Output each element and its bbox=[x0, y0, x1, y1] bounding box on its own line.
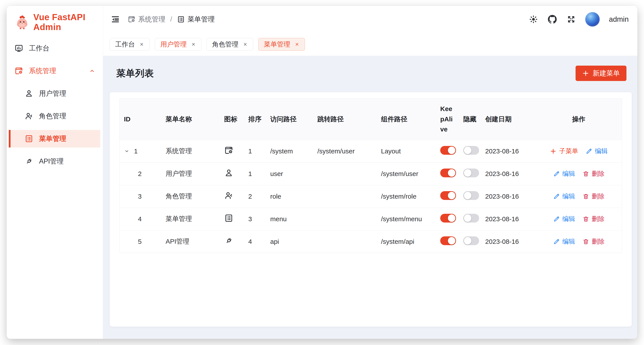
cell-redirect bbox=[313, 230, 376, 253]
delete-button[interactable]: 删除 bbox=[582, 215, 604, 223]
keepalive-toggle[interactable] bbox=[440, 169, 456, 177]
col-keepalive: KeepAlive bbox=[436, 99, 459, 140]
menu-table: ID 菜单名称 图标 排序 访问路径 跳转路径 组件路径 KeepAlive 隐… bbox=[119, 98, 622, 253]
edit-button[interactable]: 编辑 bbox=[553, 192, 575, 201]
delete-button[interactable]: 删除 bbox=[582, 192, 604, 201]
sidebar-item-system[interactable]: 系统管理 bbox=[6, 62, 103, 80]
cell-id: 5 bbox=[120, 230, 161, 253]
theme-toggle-button[interactable] bbox=[528, 15, 538, 24]
tab-workbench[interactable]: 工作台 bbox=[110, 38, 150, 51]
hidden-toggle[interactable] bbox=[463, 146, 479, 155]
tab-roles[interactable]: 角色管理 bbox=[206, 38, 253, 51]
col-path: 访问路径 bbox=[266, 99, 313, 140]
edit-button[interactable]: 编辑 bbox=[553, 215, 575, 223]
screen: Vue FastAPI Admin 工作台 系统管理 用户管理 bbox=[0, 0, 644, 345]
new-menu-button[interactable]: 新建菜单 bbox=[576, 66, 626, 81]
user-icon bbox=[224, 168, 234, 178]
main-area: 系统管理 / 菜单管理 bbox=[103, 6, 638, 339]
system-icon bbox=[128, 15, 136, 23]
workbench-icon bbox=[14, 44, 23, 53]
cell-order: 1 bbox=[244, 140, 266, 162]
avatar[interactable] bbox=[585, 12, 600, 27]
tab-menus[interactable]: 菜单管理 bbox=[258, 38, 305, 51]
cell-component: Layout bbox=[376, 140, 436, 162]
cell-date: 2023-08-16 bbox=[481, 140, 533, 162]
cell-id: 2 bbox=[120, 162, 161, 185]
delete-button[interactable]: 删除 bbox=[582, 237, 604, 246]
edit-button[interactable]: 编辑 bbox=[553, 237, 575, 246]
close-icon[interactable] bbox=[243, 42, 248, 47]
sidebar-item-label: 工作台 bbox=[29, 44, 49, 53]
breadcrumb-item-menus[interactable]: 菜单管理 bbox=[177, 15, 215, 24]
username[interactable]: admin bbox=[609, 15, 629, 24]
table-header-row: ID 菜单名称 图标 排序 访问路径 跳转路径 组件路径 KeepAlive 隐… bbox=[120, 99, 622, 140]
pencil-icon bbox=[586, 148, 592, 155]
github-icon bbox=[548, 15, 557, 24]
hidden-toggle[interactable] bbox=[463, 214, 479, 223]
chevron-down-icon[interactable] bbox=[124, 148, 130, 154]
cell-order: 1 bbox=[244, 162, 266, 185]
page-title-row: 菜单列表 新建菜单 bbox=[110, 62, 632, 84]
collapse-sidebar-button[interactable] bbox=[110, 15, 120, 24]
trash-icon bbox=[582, 238, 589, 245]
cell-redirect bbox=[313, 208, 376, 230]
cell-order: 3 bbox=[244, 208, 266, 230]
cell-component: /system/user bbox=[376, 162, 436, 185]
sidebar-item-label: 用户管理 bbox=[39, 89, 66, 98]
role-icon bbox=[224, 191, 234, 200]
role-icon bbox=[24, 112, 33, 121]
table-row: 1 系统管理 1 /system /system/user Layout bbox=[120, 140, 622, 162]
close-icon[interactable] bbox=[191, 42, 196, 47]
tab-label: 角色管理 bbox=[212, 40, 238, 49]
cell-component: /system/menu bbox=[376, 208, 436, 230]
delete-button[interactable]: 删除 bbox=[582, 169, 604, 178]
sidebar-item-menus[interactable]: 菜单管理 bbox=[9, 130, 100, 147]
cell-redirect bbox=[313, 162, 376, 185]
fullscreen-icon bbox=[567, 15, 576, 24]
user-icon bbox=[24, 89, 33, 98]
cell-path: role bbox=[266, 185, 313, 208]
keepalive-toggle[interactable] bbox=[440, 236, 456, 245]
menu-icon bbox=[224, 214, 234, 223]
menu-table-card: ID 菜单名称 图标 排序 访问路径 跳转路径 组件路径 KeepAlive 隐… bbox=[110, 92, 632, 326]
sidebar-item-workbench[interactable]: 工作台 bbox=[6, 40, 103, 57]
trash-icon bbox=[582, 193, 589, 200]
sidebar-item-roles[interactable]: 角色管理 bbox=[6, 107, 103, 125]
tabs-bar: 工作台 用户管理 角色管理 菜单管理 bbox=[103, 33, 638, 56]
breadcrumb: 系统管理 / 菜单管理 bbox=[128, 15, 215, 24]
github-link-button[interactable] bbox=[548, 15, 557, 24]
sidebar-item-users[interactable]: 用户管理 bbox=[6, 85, 103, 102]
col-icon: 图标 bbox=[220, 99, 244, 140]
cell-name: 角色管理 bbox=[161, 185, 220, 208]
pencil-icon bbox=[553, 193, 560, 200]
pencil-icon bbox=[553, 171, 560, 177]
pencil-icon bbox=[553, 216, 560, 222]
hidden-toggle[interactable] bbox=[463, 236, 479, 245]
tab-users[interactable]: 用户管理 bbox=[155, 38, 201, 51]
keepalive-toggle[interactable] bbox=[440, 191, 456, 200]
close-icon[interactable] bbox=[139, 42, 144, 47]
cell-name: 用户管理 bbox=[161, 162, 220, 185]
cell-date: 2023-08-16 bbox=[481, 162, 533, 185]
sidebar: Vue FastAPI Admin 工作台 系统管理 用户管理 bbox=[6, 6, 103, 339]
cell-component: /system/api bbox=[376, 230, 436, 253]
sidebar-item-label: 角色管理 bbox=[39, 112, 66, 121]
cell-date: 2023-08-16 bbox=[481, 185, 533, 208]
sidebar-item-label: 系统管理 bbox=[29, 66, 56, 76]
menu-icon bbox=[24, 134, 33, 143]
keepalive-toggle[interactable] bbox=[440, 146, 456, 155]
add-submenu-button[interactable]: 子菜单 bbox=[550, 147, 578, 156]
breadcrumb-separator: / bbox=[170, 15, 172, 23]
edit-button[interactable]: 编辑 bbox=[553, 169, 575, 178]
hidden-toggle[interactable] bbox=[463, 169, 479, 177]
breadcrumb-item-system[interactable]: 系统管理 bbox=[128, 15, 166, 24]
app-logo[interactable]: Vue FastAPI Admin bbox=[6, 15, 103, 30]
close-icon[interactable] bbox=[294, 42, 300, 47]
fullscreen-button[interactable] bbox=[566, 15, 576, 24]
sidebar-item-label: 菜单管理 bbox=[39, 134, 66, 143]
keepalive-toggle[interactable] bbox=[440, 214, 456, 223]
edit-button[interactable]: 编辑 bbox=[586, 147, 608, 156]
sidebar-item-apis[interactable]: API管理 bbox=[6, 153, 103, 170]
chick-logo-icon bbox=[14, 15, 30, 30]
hidden-toggle[interactable] bbox=[463, 191, 479, 200]
